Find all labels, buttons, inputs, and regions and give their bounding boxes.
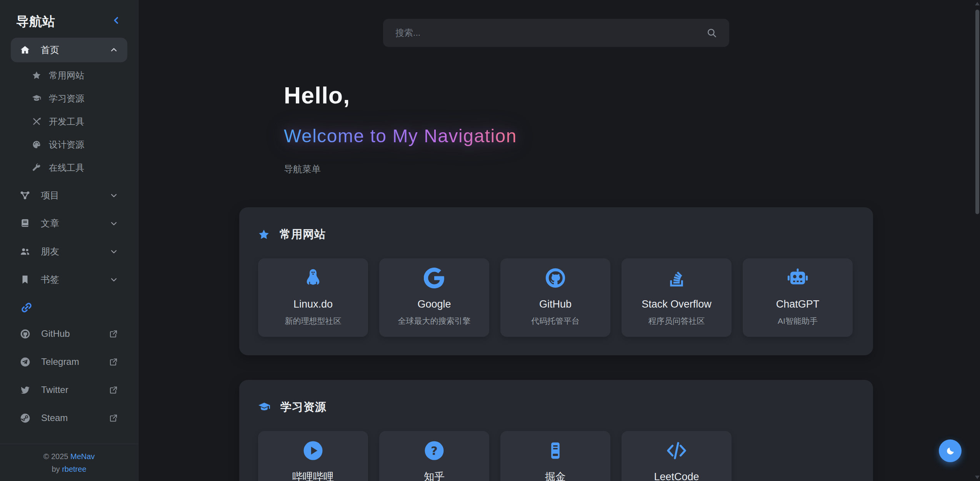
robot-icon — [787, 267, 808, 289]
project-diagram-icon — [20, 190, 30, 200]
section-title: 常用网站 — [280, 227, 326, 242]
twitter-icon — [20, 385, 30, 395]
card-title: LeetCode — [654, 471, 699, 481]
bookmark-icon — [20, 275, 30, 285]
star-icon — [258, 229, 270, 240]
scrollbar-down-arrow[interactable] — [975, 476, 980, 479]
search-button[interactable] — [707, 28, 717, 38]
site-card-juejin[interactable]: 掘金 — [500, 431, 610, 481]
scrollbar-thumb[interactable] — [975, 10, 979, 214]
hero-section: Hello, Welcome to My Navigation 导航菜单 — [284, 82, 980, 175]
book-icon — [20, 218, 30, 228]
steam-icon — [20, 413, 30, 423]
copyright-text: © 2025 — [43, 452, 70, 461]
section-learning: 学习资源 哔哩哔哩 ? 知乎 — [239, 380, 873, 481]
sidebar-subitem-label: 设计资源 — [49, 139, 118, 151]
telegram-icon — [20, 357, 30, 367]
hero-greeting: Hello, — [284, 82, 980, 109]
card-desc: 程序员问答社区 — [648, 316, 705, 326]
sidebar-subitem-label: 学习资源 — [49, 93, 118, 105]
card-desc: 全球最大的搜索引擎 — [398, 316, 471, 326]
sidebar-subitem-label: 常用网站 — [49, 70, 118, 82]
theme-toggle-button[interactable] — [939, 439, 962, 462]
card-title: 知乎 — [424, 471, 445, 481]
users-icon — [20, 246, 30, 256]
home-icon — [20, 45, 30, 55]
card-grid: 哔哩哔哩 ? 知乎 掘金 — [258, 431, 854, 481]
card-title: Google — [417, 298, 451, 310]
sidebar-item-label: 文章 — [41, 217, 99, 230]
brand-link[interactable]: MeNav — [70, 452, 95, 461]
card-title: GitHub — [539, 298, 572, 310]
sidebar-item-label: 首页 — [41, 44, 99, 56]
sidebar-footer: © 2025 MeNav by rbetree — [0, 444, 138, 481]
sidebar-item-label: 书签 — [41, 273, 99, 286]
search-input[interactable] — [395, 28, 700, 38]
play-circle-icon — [302, 439, 324, 462]
juejin-book-icon — [545, 439, 566, 462]
card-title: ChatGPT — [776, 298, 820, 310]
sidebar: 导航站 首页 — [0, 0, 138, 481]
sidebar-subitem-online-tools[interactable]: 在线工具 — [11, 158, 127, 177]
search-icon — [707, 28, 717, 38]
site-card-leetcode[interactable]: LeetCode — [622, 431, 732, 481]
sidebar-item-projects[interactable]: 项目 — [11, 186, 127, 205]
sidebar-item-twitter[interactable]: Twitter — [11, 381, 127, 399]
sidebar-item-label: 项目 — [41, 189, 99, 201]
sidebar-item-friends[interactable]: 朋友 — [11, 242, 127, 261]
sidebar-item-github[interactable]: GitHub — [11, 325, 127, 343]
sidebar-socials: GitHub Telegram — [11, 325, 127, 427]
sidebar-subitem-dev-tools[interactable]: 开发工具 — [11, 112, 127, 131]
sidebar-item-label: 朋友 — [41, 245, 99, 258]
sidebar-subitem-label: 开发工具 — [49, 116, 118, 128]
sidebar-item-steam[interactable]: Steam — [11, 409, 127, 427]
section-common-sites: 常用网站 Linux.do 新的理想型社区 Google 全球最大的搜索引擎 — [239, 207, 873, 355]
external-link-icon — [109, 385, 118, 394]
sidebar-collapse-button[interactable] — [110, 14, 123, 28]
sidebar-subitem-common-sites[interactable]: 常用网站 — [11, 66, 127, 85]
section-header: 学习资源 — [258, 401, 854, 413]
chevron-down-icon — [110, 247, 118, 256]
sidebar-subitem-design[interactable]: 设计资源 — [11, 135, 127, 154]
hero-title: Welcome to My Navigation — [284, 125, 517, 146]
chevron-down-icon — [110, 219, 118, 228]
sidebar-subitem-learning[interactable]: 学习资源 — [11, 89, 127, 108]
sidebar-item-bookmarks[interactable]: 书签 — [11, 270, 127, 289]
sidebar-quick-link[interactable] — [11, 298, 127, 317]
sidebar-item-home[interactable]: 首页 — [11, 38, 127, 62]
sidebar-nav: 首页 常用网站 学习资源 — [11, 32, 127, 437]
moon-icon — [945, 446, 955, 456]
graduation-cap-icon — [32, 94, 41, 103]
site-card-bilibili[interactable]: 哔哩哔哩 — [258, 431, 368, 481]
external-link-icon — [109, 357, 118, 366]
site-card-linux-do[interactable]: Linux.do 新的理想型社区 — [258, 258, 368, 337]
graduation-cap-icon — [258, 401, 270, 413]
sidebar-item-telegram[interactable]: Telegram — [11, 353, 127, 371]
byline-text: by — [52, 465, 62, 473]
github-icon — [20, 329, 30, 339]
card-title: 哔哩哔哩 — [292, 471, 334, 481]
section-title: 学习资源 — [280, 399, 327, 415]
star-icon — [32, 71, 41, 80]
search-bar — [383, 19, 729, 47]
footer-byline: by rbetree — [0, 463, 138, 476]
sidebar-item-label: Steam — [41, 413, 98, 423]
sidebar-item-articles[interactable]: 文章 — [11, 214, 127, 233]
sidebar-sublist: 常用网站 学习资源 开发工具 — [11, 66, 127, 177]
site-card-stackoverflow[interactable]: Stack Overflow 程序员问答社区 — [622, 258, 732, 337]
menav-app: 导航站 首页 — [0, 0, 980, 481]
scrollbar-up-arrow[interactable] — [975, 2, 980, 5]
site-card-google[interactable]: Google 全球最大的搜索引擎 — [379, 258, 489, 337]
author-link[interactable]: rbetree — [62, 465, 86, 473]
card-title: Stack Overflow — [642, 298, 712, 310]
google-icon — [424, 267, 445, 289]
site-card-github[interactable]: GitHub 代码托管平台 — [500, 258, 610, 337]
svg-text:?: ? — [431, 444, 438, 458]
site-card-zhihu[interactable]: ? 知乎 — [379, 431, 489, 481]
card-desc: AI智能助手 — [778, 316, 818, 326]
sidebar-groups: 项目 文章 — [11, 186, 127, 289]
chevron-down-icon — [110, 275, 118, 284]
section-header: 常用网站 — [258, 229, 854, 240]
sidebar-subitem-label: 在线工具 — [49, 162, 118, 174]
site-card-chatgpt[interactable]: ChatGPT AI智能助手 — [743, 258, 853, 337]
